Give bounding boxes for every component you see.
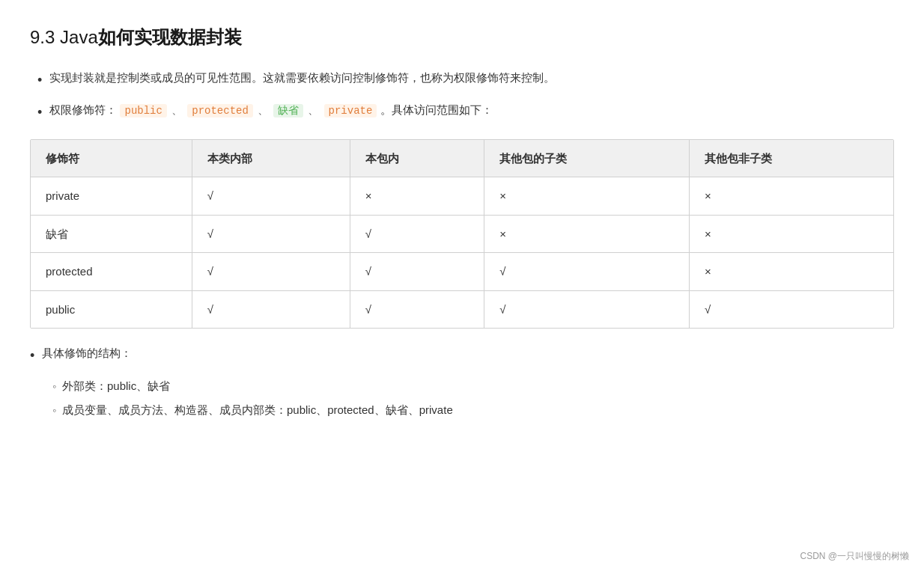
cell-nonsub: × [689, 253, 893, 291]
bullet-dot-3: • [30, 344, 34, 367]
check-icon: √ [499, 265, 505, 278]
bullet1-text: 实现封装就是控制类或成员的可见性范围。这就需要依赖访问控制修饰符，也称为权限修饰… [49, 71, 555, 84]
sub-item-1-text: 外部类：public、缺省 [62, 376, 170, 396]
access-table: 修饰符 本类内部 本包内 其他包的子类 其他包非子类 private √ × ×… [31, 140, 893, 329]
code-private: private [324, 104, 377, 117]
bullet-dot-2: • [37, 101, 42, 124]
sub-section-label: 具体修饰的结构： [42, 343, 894, 363]
access-table-wrapper: 修饰符 本类内部 本包内 其他包的子类 其他包非子类 private √ × ×… [30, 139, 894, 329]
table-header: 修饰符 本类内部 本包内 其他包的子类 其他包非子类 [31, 140, 893, 177]
cell-sub: × [484, 215, 690, 253]
sub-item-2: ◦ 成员变量、成员方法、构造器、成员内部类：public、protected、缺… [30, 400, 894, 420]
table-row: 缺省 √ √ × × [31, 215, 893, 253]
cross-icon: × [705, 189, 711, 202]
cell-nonsub: √ [689, 290, 893, 328]
check-icon: √ [365, 228, 371, 240]
sep2: 、 [258, 103, 269, 116]
cell-sub: × [484, 177, 690, 216]
sub-bullet-dot-2: ◦ [52, 402, 56, 420]
cell-inner: √ [192, 215, 350, 253]
cross-icon: × [499, 228, 506, 240]
cell-pkg: √ [350, 215, 484, 253]
sep3: 、 [308, 103, 319, 116]
bullet-text-2: 权限修饰符： public 、 protected 、 缺省 、 private… [49, 100, 894, 120]
bullet-item-1: • 实现封装就是控制类或成员的可见性范围。这就需要依赖访问控制修饰符，也称为权限… [37, 68, 894, 92]
modifier-label: 权限修饰符： [49, 103, 117, 116]
code-protected: protected [187, 104, 253, 117]
cell-modifier: protected [31, 253, 192, 291]
sub-item-1: ◦ 外部类：public、缺省 [30, 376, 894, 396]
cell-pkg: √ [350, 253, 484, 291]
sub-section: • 具体修饰的结构： ◦ 外部类：public、缺省 ◦ 成员变量、成员方法、构… [30, 343, 894, 419]
check-icon: √ [207, 303, 213, 316]
check-icon: √ [499, 303, 505, 316]
col-header-modifier: 修饰符 [31, 140, 192, 177]
check-icon: √ [207, 228, 213, 240]
cross-icon: × [705, 265, 711, 278]
cell-sub: √ [484, 253, 690, 291]
cell-sub: √ [484, 290, 690, 328]
col-header-same-pkg: 本包内 [350, 140, 484, 177]
sub-item-2-text: 成员变量、成员方法、构造器、成员内部类：public、protected、缺省、… [62, 400, 453, 420]
cell-nonsub: × [689, 177, 893, 216]
bullet-text-1: 实现封装就是控制类或成员的可见性范围。这就需要依赖访问控制修饰符，也称为权限修饰… [49, 68, 894, 88]
table-row: public √ √ √ √ [31, 290, 893, 328]
table-row: protected √ √ √ × [31, 253, 893, 291]
code-public: public [120, 104, 166, 117]
intro-section: • 实现封装就是控制类或成员的可见性范围。这就需要依赖访问控制修饰符，也称为权限… [30, 68, 894, 124]
table-row: private √ × × × [31, 177, 893, 216]
cell-pkg: √ [350, 290, 484, 328]
check-icon: √ [365, 303, 371, 316]
cell-inner: √ [192, 290, 350, 328]
check-icon: √ [207, 265, 213, 278]
check-icon: √ [705, 303, 711, 316]
bullet-dot-1: • [37, 69, 42, 92]
code-default: 缺省 [273, 104, 303, 117]
col-header-inner-class: 本类内部 [192, 140, 350, 177]
cross-icon: × [365, 189, 372, 202]
cell-modifier: public [31, 290, 192, 328]
table-body: private √ × × × 缺省 √ √ × × protected √ √… [31, 177, 893, 329]
sub-section-header: • 具体修饰的结构： [30, 343, 894, 367]
cell-modifier: 缺省 [31, 215, 192, 253]
title-prefix: 9.3 Java [30, 27, 98, 47]
cell-pkg: × [350, 177, 484, 216]
cross-icon: × [705, 228, 711, 240]
modifier-suffix: 。具体访问范围如下： [380, 103, 493, 116]
col-header-other-pkg-nonsub: 其他包非子类 [689, 140, 893, 177]
sep1: 、 [171, 103, 183, 116]
title-bold: 如何实现数据封装 [98, 27, 242, 47]
check-icon: √ [365, 265, 371, 278]
sub-section-title: 具体修饰的结构： [42, 346, 132, 359]
col-header-other-pkg-sub: 其他包的子类 [484, 140, 690, 177]
check-icon: √ [207, 189, 213, 202]
cell-modifier: private [31, 177, 192, 216]
table-header-row: 修饰符 本类内部 本包内 其他包的子类 其他包非子类 [31, 140, 893, 177]
cell-nonsub: × [689, 215, 893, 253]
sub-bullet-dot-1: ◦ [52, 378, 56, 396]
cross-icon: × [499, 189, 506, 202]
bullet-item-2: • 权限修饰符： public 、 protected 、 缺省 、 priva… [37, 100, 894, 124]
cell-inner: √ [192, 253, 350, 291]
cell-inner: √ [192, 177, 350, 216]
page-title: 9.3 Java如何实现数据封装 [30, 22, 894, 53]
